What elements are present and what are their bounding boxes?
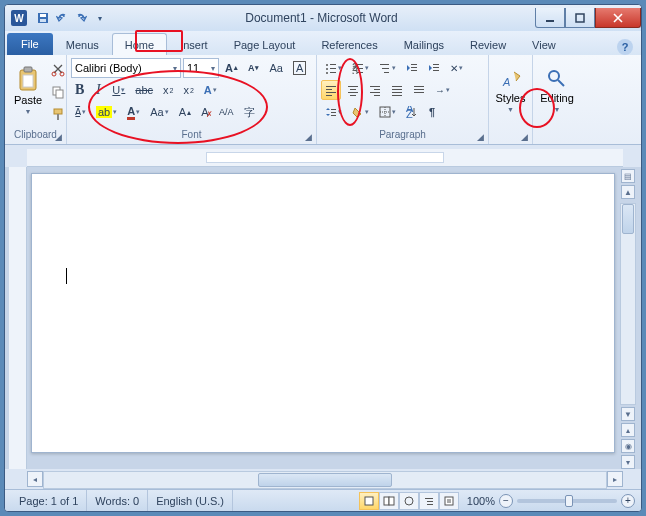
zoom-in-button[interactable]: + [621, 494, 635, 508]
char-border-button[interactable]: A [289, 58, 310, 78]
borders-button[interactable]: ▾ [375, 102, 400, 122]
zoom-level[interactable]: 100% [467, 495, 495, 507]
increase-indent-button[interactable] [424, 58, 444, 78]
undo-icon[interactable] [54, 10, 70, 26]
line-spacing-button[interactable]: ▾ [321, 102, 346, 122]
align-left-button[interactable] [321, 80, 341, 100]
styles-button[interactable]: A Styles ▼ [493, 57, 528, 123]
align-right-button[interactable] [365, 80, 385, 100]
zoom-out-button[interactable]: − [499, 494, 513, 508]
font-launcher[interactable]: ◢ [302, 131, 314, 143]
vertical-scrollbar[interactable] [620, 203, 636, 405]
editing-button[interactable]: Editing ▼ [537, 57, 577, 123]
enclose-button[interactable]: A▴ [175, 102, 195, 122]
zoom-slider[interactable] [517, 499, 617, 503]
show-hide-button[interactable]: ¶ [424, 102, 440, 122]
web-layout-view-button[interactable] [399, 492, 419, 510]
phonetic-guide-button[interactable]: A̲̅▾ [71, 102, 90, 122]
justify-button[interactable] [387, 80, 407, 100]
tab-page-layout[interactable]: Page Layout [221, 33, 309, 55]
sort-button[interactable]: AZ [402, 102, 422, 122]
page-viewport[interactable] [27, 167, 619, 469]
shading-button[interactable]: ▾ [348, 102, 373, 122]
scroll-thumb[interactable] [622, 204, 634, 234]
clipboard-launcher[interactable]: ◢ [52, 131, 64, 143]
tab-home[interactable]: Home [112, 33, 167, 55]
horizontal-scrollbar[interactable] [43, 471, 607, 489]
copy-button[interactable] [47, 82, 69, 102]
distribute-button[interactable] [409, 80, 429, 100]
tabs-button[interactable]: →▾ [431, 80, 454, 100]
tab-insert[interactable]: Insert [167, 33, 221, 55]
shrink-font-button[interactable]: A▾ [244, 58, 264, 78]
styles-launcher[interactable]: ◢ [518, 131, 530, 143]
subscript-button[interactable]: x2 [159, 80, 177, 100]
print-layout-view-button[interactable] [359, 492, 379, 510]
strike-button[interactable]: abc [131, 80, 157, 100]
draft-view-button[interactable] [439, 492, 459, 510]
view-buttons [359, 492, 459, 510]
clear-format-button[interactable]: A✗ [197, 102, 213, 122]
svg-rect-52 [414, 89, 424, 90]
next-page-button[interactable]: ▾ [621, 455, 635, 469]
maximize-button[interactable] [565, 8, 595, 28]
paste-button[interactable]: Paste ▼ [9, 57, 47, 123]
grow-font-button[interactable]: A▴ [221, 58, 242, 78]
paragraph-launcher[interactable]: ◢ [474, 131, 486, 143]
help-icon[interactable]: ? [617, 39, 633, 55]
superscript-button[interactable]: x2 [179, 80, 197, 100]
qat-more-icon[interactable]: ▾ [92, 10, 108, 26]
minimize-button[interactable] [535, 8, 565, 28]
vertical-ruler[interactable] [9, 167, 27, 469]
hscroll-thumb[interactable] [258, 473, 393, 487]
browse-object-button[interactable]: ◉ [621, 439, 635, 453]
horizontal-ruler[interactable] [27, 149, 623, 167]
tab-menus[interactable]: Menus [53, 33, 112, 55]
bullets-button[interactable]: ▾ [321, 58, 346, 78]
hscroll-left-button[interactable]: ◂ [27, 471, 43, 487]
change-case-button[interactable]: Aa [265, 58, 286, 78]
cut-icon [51, 63, 65, 77]
prev-page-button[interactable]: ▴ [621, 423, 635, 437]
redo-icon[interactable] [73, 10, 89, 26]
asian-layout-button[interactable]: ✕▾ [446, 58, 467, 78]
char-emphasis-button[interactable]: 字 [240, 102, 259, 122]
ruler-toggle-button[interactable]: ▤ [621, 169, 635, 183]
numbering-button[interactable]: 123▾ [348, 58, 373, 78]
decrease-indent-button[interactable] [402, 58, 422, 78]
chevron-down-icon: ▼ [507, 106, 514, 113]
save-icon[interactable] [35, 10, 51, 26]
close-button[interactable] [595, 8, 641, 28]
tab-references[interactable]: References [308, 33, 390, 55]
format-painter-button[interactable] [47, 104, 69, 124]
scroll-down-button[interactable]: ▼ [621, 407, 635, 421]
scroll-up-button[interactable]: ▲ [621, 185, 635, 199]
draft-icon [443, 495, 455, 507]
outline-view-button[interactable] [419, 492, 439, 510]
italic-button[interactable]: I [90, 80, 106, 100]
bold-button[interactable]: B [71, 80, 88, 100]
font-color-button[interactable]: A▾ [123, 102, 144, 122]
text-effects-button[interactable]: A▾ [200, 80, 221, 100]
status-words[interactable]: Words: 0 [87, 490, 148, 511]
char-scaling-button[interactable]: A/A [215, 102, 238, 122]
tab-view[interactable]: View [519, 33, 569, 55]
tab-file[interactable]: File [7, 33, 53, 55]
full-screen-view-button[interactable] [379, 492, 399, 510]
status-language[interactable]: English (U.S.) [148, 490, 233, 511]
zoom-slider-thumb[interactable] [565, 495, 573, 507]
underline-button[interactable]: U▾ [108, 80, 129, 100]
tab-mailings[interactable]: Mailings [391, 33, 457, 55]
cut-button[interactable] [47, 60, 69, 80]
tab-review[interactable]: Review [457, 33, 519, 55]
multilevel-button[interactable]: ▾ [375, 58, 400, 78]
status-page[interactable]: Page: 1 of 1 [11, 490, 87, 511]
page[interactable] [31, 173, 615, 453]
align-center-button[interactable] [343, 80, 363, 100]
font-family-combo[interactable]: Calibri (Body)▾ [71, 58, 181, 78]
group-clipboard: Paste ▼ Clipboard ◢ [5, 55, 67, 144]
font-size-combo[interactable]: 11▾ [183, 58, 219, 78]
hscroll-right-button[interactable]: ▸ [607, 471, 623, 487]
highlight-button[interactable]: ab▾ [92, 102, 121, 122]
char-shading-button[interactable]: Aa▾ [146, 102, 172, 122]
